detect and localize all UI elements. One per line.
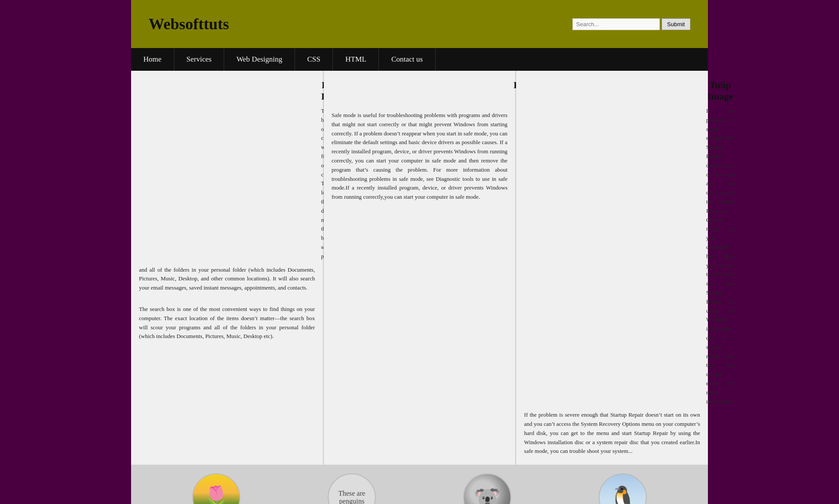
search-input[interactable] xyxy=(572,18,660,30)
circle-penguins-text: These are penguins xyxy=(328,473,376,504)
tulip-text-partial: If the problem is severe enough that Sta… xyxy=(706,107,735,406)
circle-penguins-text-item: These are penguins xyxy=(328,473,376,504)
koala-column: Koala Image The search box is one of the… xyxy=(131,71,324,465)
circle-penguins-item: 🐧 xyxy=(599,473,647,504)
circle-tulip-image: 🌷 xyxy=(192,473,240,504)
main-navigation: Home Services Web Designing CSS HTML Con… xyxy=(131,48,708,71)
bottom-circles-row: 🌷 These are penguins 🐨 🐧 xyxy=(131,465,708,504)
nav-item-web-designing[interactable]: Web Designing xyxy=(224,48,295,71)
circle-koala-item: 🐨 xyxy=(463,473,511,504)
circle-penguins-image: 🐧 xyxy=(599,473,647,504)
penguin-column: Penguin Image Safe mode is useful for tr… xyxy=(324,71,517,465)
nav-item-home[interactable]: Home xyxy=(131,48,174,71)
nav-item-services[interactable]: Services xyxy=(174,48,225,71)
tulip-column: Tulip Image If the problem is severe eno… xyxy=(516,71,708,465)
circle-koala-image: 🐨 xyxy=(463,473,511,504)
main-content: Koala Image The search box is one of the… xyxy=(131,71,708,465)
site-header: Websofttuts Submit xyxy=(131,0,708,48)
nav-item-html[interactable]: HTML xyxy=(333,48,379,71)
nav-item-css[interactable]: CSS xyxy=(295,48,333,71)
circle-tulip-item: 🌷 xyxy=(192,473,240,504)
search-submit-button[interactable]: Submit xyxy=(662,18,690,30)
penguin-text: Safe mode is useful for troubleshooting … xyxy=(332,111,508,202)
nav-item-contact-us[interactable]: Contact us xyxy=(379,48,435,71)
tulip-heading: Tulip Image xyxy=(706,79,735,102)
site-title: Websofttuts xyxy=(149,15,229,33)
koala-text-1: and all of the folders in your personal … xyxy=(139,266,315,293)
search-area: Submit xyxy=(572,18,690,30)
tulip-text-2: If the problem is severe enough that Sta… xyxy=(524,411,700,456)
koala-text-2: The search box is one of the most conven… xyxy=(139,305,315,341)
